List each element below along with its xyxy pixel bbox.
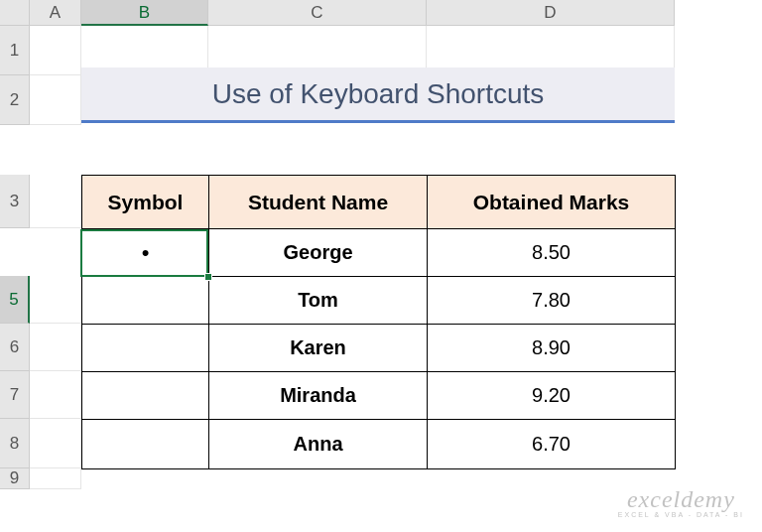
fill-handle[interactable] [204, 273, 212, 281]
cell-A2[interactable] [30, 75, 81, 125]
row-header-2[interactable]: 2 [0, 75, 30, 125]
cell-marks[interactable]: 7.80 [428, 277, 676, 325]
select-all-corner[interactable] [0, 0, 30, 26]
cell-B2D2[interactable] [81, 125, 675, 175]
watermark-tag: EXCEL & VBA - DATA - BI [618, 511, 744, 518]
title-row: Use of Keyboard Shortcuts [81, 75, 675, 125]
row-header-1[interactable]: 1 [0, 26, 30, 75]
cell-name[interactable]: Tom [209, 277, 428, 325]
col-header-A[interactable]: A [30, 0, 81, 26]
row-header-5[interactable]: 5 [0, 276, 30, 324]
cell-A5[interactable] [30, 276, 81, 324]
cell-A6[interactable] [30, 324, 81, 371]
cell-symbol[interactable] [82, 277, 209, 325]
col-header-C[interactable]: C [208, 0, 427, 26]
table-row: Karen 8.90 [82, 325, 676, 372]
cell-row9[interactable] [81, 468, 675, 489]
data-table: Symbol Student Name Obtained Marks • Geo… [81, 175, 676, 469]
cell-marks[interactable]: 6.70 [428, 420, 676, 469]
col-header-B[interactable]: B [81, 0, 208, 26]
row-header-7[interactable]: 7 [0, 371, 30, 419]
row-header-6[interactable]: 6 [0, 324, 30, 371]
cell-marks[interactable]: 9.20 [428, 372, 676, 420]
col-header-D[interactable]: D [427, 0, 675, 26]
watermark-brand: exceldemy [618, 486, 744, 513]
row-header-9[interactable]: 9 [0, 468, 30, 489]
header-name[interactable]: Student Name [209, 176, 428, 229]
cell-symbol[interactable]: • [82, 229, 209, 277]
cell-A9[interactable] [30, 468, 81, 489]
cell-marks[interactable]: 8.50 [428, 229, 676, 277]
cell-name[interactable]: Miranda [209, 372, 428, 420]
cell-symbol[interactable] [82, 372, 209, 420]
cell-A1[interactable] [30, 26, 81, 75]
watermark: exceldemy EXCEL & VBA - DATA - BI [618, 486, 744, 518]
table-header-row: Symbol Student Name Obtained Marks [82, 176, 676, 229]
table-row: Tom 7.80 [82, 277, 676, 325]
table-row: Anna 6.70 [82, 420, 676, 469]
cell-name[interactable]: Karen [209, 325, 428, 372]
header-marks[interactable]: Obtained Marks [428, 176, 676, 229]
cell-symbol[interactable] [82, 420, 209, 469]
cell-marks[interactable]: 8.90 [428, 325, 676, 372]
row-header-3[interactable]: 3 [0, 175, 30, 228]
page-title: Use of Keyboard Shortcuts [81, 67, 675, 123]
cell-A8[interactable] [30, 419, 81, 468]
table-row: • George 8.50 [82, 229, 676, 277]
cell-name[interactable]: Anna [209, 420, 428, 469]
cell-A7[interactable] [30, 371, 81, 419]
header-symbol[interactable]: Symbol [82, 176, 209, 229]
cell-A3[interactable] [30, 175, 81, 228]
cell-symbol[interactable] [82, 325, 209, 372]
row-header-8[interactable]: 8 [0, 419, 30, 468]
cell-name[interactable]: George [209, 229, 428, 277]
table-row: Miranda 9.20 [82, 372, 676, 420]
